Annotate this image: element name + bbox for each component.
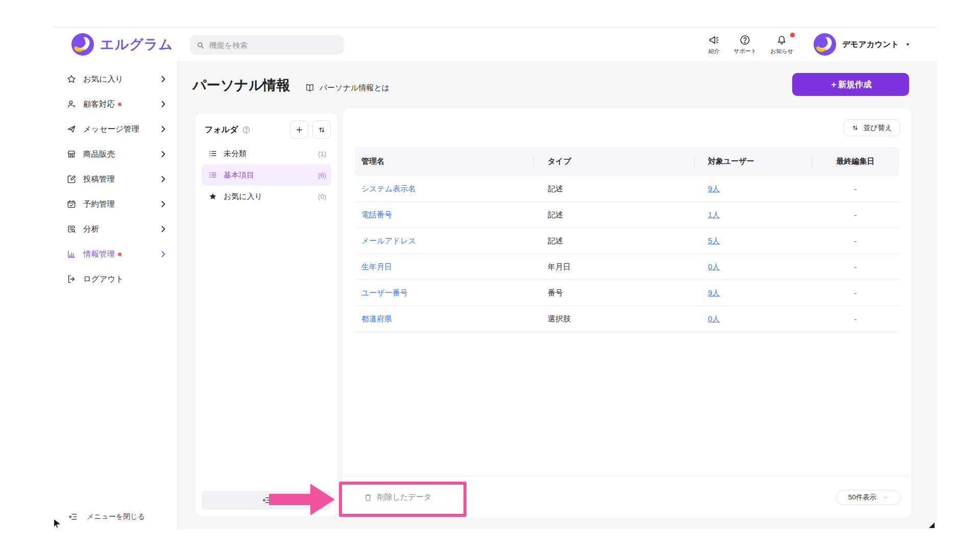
table-column-header: 最終編集日 — [812, 147, 899, 176]
target-users-link[interactable]: 0人 — [708, 262, 720, 272]
item-name-link[interactable]: 生年月日 — [361, 262, 392, 272]
avatar — [813, 33, 837, 56]
send-icon — [66, 124, 77, 134]
folder-item-0[interactable]: 未分類 (1) — [202, 143, 331, 164]
help-circle-icon[interactable] — [242, 126, 251, 134]
analysis-icon — [66, 224, 77, 234]
account-menu[interactable]: デモアカウント — [813, 33, 911, 56]
search-icon — [196, 41, 205, 49]
folder-title: フォルダ — [205, 124, 238, 135]
chevron-right-icon — [158, 124, 168, 134]
book-icon — [305, 83, 315, 93]
item-type: 選択肢 — [533, 306, 694, 332]
folder-item-1[interactable]: 基本項目 (6) — [202, 164, 331, 186]
close-menu-label: メニューを閉じる — [87, 512, 145, 521]
star-icon — [66, 74, 77, 84]
last-edited: - — [812, 176, 899, 202]
table-row: 生年月日 年月日 0人 - — [355, 254, 899, 280]
sidebar-item-2[interactable]: メッセージ管理 — [54, 117, 178, 141]
topbar-action-1[interactable]: サポート — [733, 34, 756, 55]
sort-arrows-icon — [317, 126, 326, 134]
star-filled-icon — [208, 192, 217, 201]
sidebar-item-0[interactable]: お気に入り — [54, 67, 178, 91]
sidebar-item-4[interactable]: 投稿管理 — [54, 167, 178, 191]
list-icon — [208, 149, 217, 158]
list-icon — [208, 170, 217, 180]
sidebar-item-7[interactable]: 情報管理 — [54, 242, 178, 266]
topbar-action-2[interactable]: お知らせ — [770, 34, 793, 55]
calendar-icon — [66, 199, 77, 209]
table-body: システム表示名 記述 9人 - 電話番号 記述 1人 - メールアドレス 記述 … — [355, 176, 899, 332]
logout-icon — [66, 274, 77, 284]
chevron-right-icon — [158, 224, 168, 234]
item-type: 年月日 — [533, 254, 694, 280]
store-icon — [66, 149, 77, 159]
table-row: メールアドレス 記述 5人 - — [355, 228, 899, 254]
sort-button[interactable]: 並び替え — [844, 119, 900, 136]
table-row: ユーザー番号 番号 9人 - — [355, 280, 899, 306]
folder-panel: フォルダ 未分類 (1) 基本項目 (6) お気に入り (0) — [195, 113, 337, 516]
caret-down-icon — [904, 41, 911, 48]
sidebar-item-6[interactable]: 分析 — [54, 217, 178, 241]
brand-logo-icon — [71, 33, 94, 56]
target-users-link[interactable]: 9人 — [708, 184, 720, 194]
search-input[interactable] — [209, 41, 322, 49]
target-users-link[interactable]: 0人 — [708, 314, 720, 324]
folder-item-2[interactable]: お気に入り (0) — [202, 186, 331, 207]
sidebar-item-3[interactable]: 商品販売 — [54, 142, 178, 166]
page-size-select[interactable]: 50件表示 — [836, 490, 901, 505]
table-row: 都道府県 選択肢 0人 - — [355, 306, 899, 332]
page-title: パーソナル情報 — [192, 76, 290, 94]
table-column-header: タイプ — [533, 147, 694, 176]
items-panel: 並び替え 管理名タイプ対象ユーザー最終編集日 システム表示名 記述 9人 - 電… — [343, 108, 911, 518]
item-type: 記述 — [533, 228, 694, 254]
target-users-link[interactable]: 9人 — [708, 288, 720, 298]
bell-icon — [776, 34, 788, 46]
close-menu-button[interactable]: メニューを閉じる — [68, 512, 145, 522]
reorder-folders-button[interactable] — [312, 120, 331, 139]
annotation-arrow — [269, 494, 313, 505]
chevron-down-icon — [883, 494, 889, 500]
chevron-right-icon — [158, 174, 168, 184]
main-area: パーソナル情報 パーソナル情報とは ＋新規作成 フォルダ 未分類 (1) 基本項… — [178, 61, 937, 529]
annotation-highlight-box — [339, 482, 467, 517]
sidebar-item-1[interactable]: 顧客対応 — [54, 92, 178, 116]
table-row: 電話番号 記述 1人 - — [355, 202, 899, 228]
app-logo[interactable]: エルグラム — [71, 33, 173, 56]
folder-panel-header: フォルダ — [195, 113, 337, 139]
item-name-link[interactable]: 都道府県 — [361, 314, 392, 324]
sidebar-item-5[interactable]: 予約管理 — [54, 192, 178, 216]
sort-button-label: 並び替え — [863, 123, 892, 133]
notification-badge — [790, 33, 795, 37]
table-header: 管理名タイプ対象ユーザー最終編集日 — [355, 147, 899, 176]
target-users-link[interactable]: 1人 — [708, 210, 720, 220]
item-type: 記述 — [533, 202, 694, 228]
table-column-header: 管理名 — [355, 147, 533, 176]
page-help-link[interactable]: パーソナル情報とは — [305, 83, 389, 93]
global-search[interactable] — [190, 35, 344, 55]
topbar: エルグラム 紹介 サポート お知らせ デモアカウント — [54, 28, 937, 61]
chevron-right-icon — [158, 74, 168, 84]
megaphone-icon — [708, 34, 720, 46]
chevron-right-icon — [158, 199, 168, 209]
last-edited: - — [812, 202, 899, 228]
create-new-button[interactable]: ＋新規作成 — [792, 73, 909, 96]
last-edited: - — [812, 228, 899, 254]
chevron-right-icon — [158, 249, 168, 259]
brand-name: エルグラム — [100, 35, 173, 54]
target-users-link[interactable]: 5人 — [708, 236, 720, 246]
add-folder-button[interactable] — [290, 120, 308, 139]
account-name: デモアカウント — [842, 39, 899, 50]
item-name-link[interactable]: システム表示名 — [361, 184, 415, 194]
item-name-link[interactable]: ユーザー番号 — [361, 288, 408, 298]
item-type: 番号 — [533, 280, 694, 306]
chevron-right-icon — [158, 99, 168, 109]
sidebar-item-8[interactable]: ログアウト — [54, 267, 178, 291]
chevron-right-icon — [158, 149, 168, 159]
topbar-action-0[interactable]: 紹介 — [708, 34, 720, 55]
notification-dot — [118, 253, 121, 256]
last-edited: - — [812, 280, 899, 306]
item-name-link[interactable]: メールアドレス — [361, 236, 416, 246]
page-help-label: パーソナル情報とは — [320, 83, 389, 93]
item-name-link[interactable]: 電話番号 — [361, 210, 392, 220]
